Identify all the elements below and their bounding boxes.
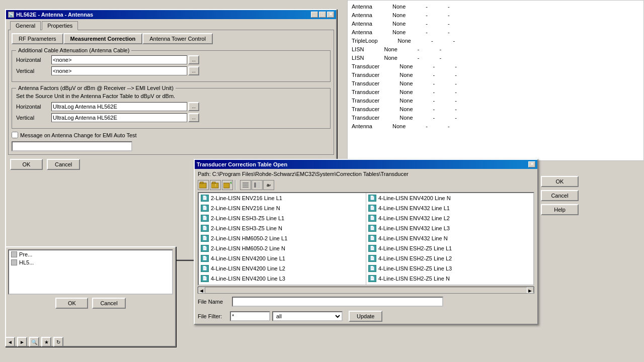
bg-col4: - (455, 88, 457, 97)
main-ok-button[interactable]: OK (10, 159, 43, 170)
file-item[interactable]: 📄 4-Line-LISN ESH2-Z5 Line L3 (366, 263, 533, 274)
list-view-button[interactable] (240, 180, 251, 190)
tab-properties[interactable]: Properties (42, 21, 78, 30)
scrollbar-left-button[interactable]: ◄ (198, 287, 205, 293)
bg-col1: Antenna (352, 3, 372, 11)
vertical-af-input[interactable] (51, 113, 187, 122)
filename-label: File Name (198, 299, 228, 305)
bg-col1: Transducer (352, 114, 379, 122)
message-checkbox[interactable] (12, 132, 18, 138)
small-cancel-button[interactable]: Cancel (92, 298, 125, 309)
file-item[interactable]: 📄 2-Line-LISN HM6050-2 Line N (199, 243, 366, 253)
vertical-cable-input[interactable] (51, 66, 187, 75)
vertical-af-browse[interactable]: ... (188, 113, 199, 122)
file-item[interactable]: 📄 4-Line-LISN ESH2-Z5 Line N (366, 274, 533, 284)
file-item-label: 4-Line-LISN ENV4200 Line N (378, 194, 451, 203)
horizontal-cable-input[interactable] (51, 55, 187, 64)
minimize-button[interactable]: _ (311, 12, 318, 18)
subtab-measurement-correction[interactable]: Measurement Correction (63, 33, 143, 44)
svg-rect-13 (257, 187, 260, 188)
extra-input[interactable] (12, 141, 132, 151)
file-item[interactable]: 📄 2-Line-LISN ESH3-Z5 Line N (199, 223, 366, 233)
bg-list-row: Transducer None - - (352, 105, 639, 114)
scrollbar-right-button[interactable]: ► (527, 287, 534, 293)
new-folder-icon[interactable]: + (222, 180, 233, 190)
update-button[interactable]: Update (349, 311, 382, 322)
file-item-label: 4-Line-LISN ENV432 Line L2 (378, 214, 450, 223)
detail-view-button[interactable] (252, 180, 263, 190)
bg-list-row: TripleLoop None - - (352, 37, 639, 45)
bg-col3: - (433, 79, 435, 88)
small-list[interactable]: Pre... HL5... (8, 249, 173, 295)
file-list-container[interactable]: 📄 2-Line-LISN ENV216 Line L1 📄 2-Line-LI… (198, 192, 534, 286)
main-cancel-button[interactable]: Cancel (47, 159, 80, 170)
small-list-item-pre: Pre... (9, 250, 172, 258)
file-item[interactable]: 📄 2-Line-LISN HM6050-2 Line L1 (199, 233, 366, 243)
horizontal-cable-browse[interactable]: ... (188, 55, 199, 64)
file-item-label: 2-Line-LISN HM6050-2 Line L1 (211, 234, 287, 243)
folder-up-icon[interactable]: ↑ (210, 180, 221, 190)
refresh-button[interactable]: ↻ (53, 337, 63, 347)
main-window-titlebar[interactable]: 📡 HL562E - Antenna - Antennas _ □ ✕ (6, 10, 336, 19)
star-button[interactable]: ★ (41, 337, 51, 347)
file-list-left[interactable]: 📄 2-Line-LISN ENV216 Line L1 📄 2-Line-LI… (199, 193, 366, 285)
file-item[interactable]: 📄 2-Line-LISN ENV216 Line L1 (199, 193, 366, 203)
main-window-title: HL562E - Antenna - Antennas (16, 12, 93, 18)
file-icon: 📄 (368, 235, 376, 242)
filename-input[interactable] (232, 297, 443, 307)
small-ok-button[interactable]: OK (55, 298, 88, 309)
file-list-right[interactable]: 📄 4-Line-LISN ENV4200 Line N 📄 4-Line-LI… (366, 193, 533, 285)
horizontal-af-input[interactable] (51, 102, 187, 111)
maximize-button[interactable]: □ (319, 12, 326, 18)
file-item[interactable]: 📄 4-Line-LISN ENV4200 Line L2 (199, 263, 366, 274)
tab-general[interactable]: General (10, 21, 41, 30)
icon-view-button[interactable]: az (263, 180, 274, 190)
file-item[interactable]: 📄 4-Line-LISN ENV432 Line N (366, 233, 533, 243)
dialog-title: Transducer Correction Table Open (197, 161, 287, 167)
bg-col3: - (433, 88, 435, 97)
vertical-af-label: Vertical (16, 115, 51, 121)
file-item-label: 4-Line-LISN ENV432 Line N (378, 234, 448, 243)
dialog-path-bar: Path: C:\Program Files\Rohde-Schwarz\EMC… (195, 169, 537, 179)
close-button[interactable]: ✕ (327, 12, 334, 18)
svg-rect-10 (254, 183, 256, 188)
svg-rect-9 (243, 187, 249, 188)
filter-dropdown[interactable]: all (272, 311, 343, 321)
bg-col2: None (384, 45, 397, 54)
file-item[interactable]: 📄 2-Line-LISN ESH3-Z5 Line L1 (199, 213, 366, 223)
subtab-antenna-tower-control[interactable]: Antenna Tower Control (142, 33, 213, 44)
dialog-cancel-button[interactable]: Cancel (541, 190, 579, 201)
dialog-help-button[interactable]: Help (541, 204, 579, 215)
file-item[interactable]: 📄 4-Line-LISN ESH2-Z5 Line L1 (366, 243, 533, 253)
file-item[interactable]: 📄 4-Line-LISN ENV4200 Line N (366, 193, 533, 203)
dialog-titlebar[interactable]: Transducer Correction Table Open ✕ (195, 160, 537, 169)
file-item[interactable]: 📄 4-Line-LISN ENV432 Line L2 (366, 213, 533, 223)
bg-col2: None (398, 37, 411, 45)
horizontal-af-browse[interactable]: ... (188, 102, 199, 111)
bg-col1: Antenna (352, 11, 372, 20)
filter-input[interactable] (230, 311, 270, 321)
subtab-rf-parameters[interactable]: RF Parameters (12, 33, 63, 44)
file-item[interactable]: 📄 4-Line-LISN ENV432 Line L1 (366, 203, 533, 213)
dialog-ok-button[interactable]: OK (541, 176, 579, 187)
folder-open-icon[interactable] (198, 180, 209, 190)
dialog-close-button[interactable]: ✕ (528, 161, 535, 167)
horizontal-cable-row: Horizontal ... (16, 55, 326, 64)
zoom-plus-button[interactable]: 🔍 (29, 337, 39, 347)
horizontal-scrollbar[interactable]: ◄ ► (198, 287, 534, 294)
vertical-cable-row: Vertical ... (16, 66, 326, 75)
bg-col3: - (433, 62, 435, 71)
vertical-cable-browse[interactable]: ... (188, 66, 199, 75)
file-item[interactable]: 📄 4-Line-LISN ENV4200 Line L3 (199, 274, 366, 284)
file-item[interactable]: 📄 4-Line-LISN ENV4200 Line L1 (199, 253, 366, 263)
file-item[interactable]: 📄 2-Line-LISN ENV216 Line N (199, 203, 366, 213)
file-item[interactable]: 📄 4-Line-LISN ESH2-Z5 Line L2 (366, 253, 533, 263)
file-item-label: 4-Line-LISN ENV4200 Line L1 (211, 254, 285, 263)
file-item[interactable]: 📄 4-Line-LISN ENV432 Line L3 (366, 223, 533, 233)
file-item-label: 4-Line-LISN ESH2-Z5 Line N (378, 274, 450, 283)
scroll-right-button[interactable]: ► (17, 337, 27, 347)
item-icon (11, 251, 17, 257)
scroll-left-button[interactable]: ◄ (5, 337, 15, 347)
svg-rect-5 (223, 183, 229, 188)
bg-col1: Antenna (352, 28, 372, 37)
